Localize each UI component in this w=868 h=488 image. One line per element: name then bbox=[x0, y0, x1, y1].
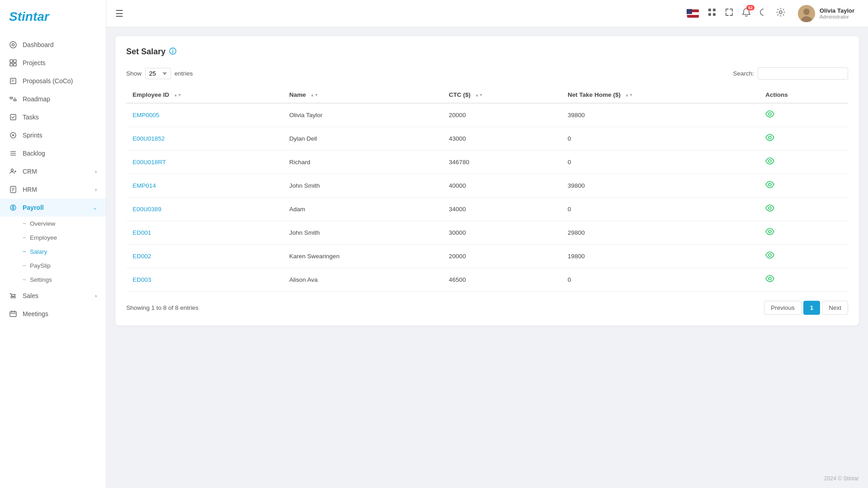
svg-rect-6 bbox=[14, 63, 16, 66]
sidebar-item-backlog[interactable]: Backlog bbox=[0, 144, 106, 162]
sidebar-item-label-meetings: Meetings bbox=[23, 310, 97, 317]
svg-rect-5 bbox=[10, 63, 13, 66]
info-icon[interactable] bbox=[169, 47, 176, 56]
sidebar-item-label-sprints: Sprints bbox=[23, 132, 97, 139]
language-selector[interactable] bbox=[687, 9, 699, 18]
next-button[interactable]: Next bbox=[822, 301, 848, 315]
table-row: E00U01852 Dylan Dell 43000 0 bbox=[126, 127, 848, 151]
sidebar-sub-item-salary[interactable]: − Salary bbox=[23, 245, 106, 259]
pagination-row: Showing 1 to 8 of 8 entries Previous 1 N… bbox=[126, 301, 848, 315]
sidebar-item-tasks[interactable]: Tasks bbox=[0, 108, 106, 126]
cell-ctc: 46500 bbox=[442, 268, 561, 292]
svg-point-38 bbox=[779, 11, 782, 14]
emp-id-link[interactable]: E00U018RT bbox=[133, 159, 166, 166]
svg-rect-3 bbox=[10, 60, 13, 62]
sidebar-item-label-backlog: Backlog bbox=[23, 150, 97, 157]
emp-id-link[interactable]: ED001 bbox=[133, 229, 151, 236]
table-row: E00U018RT Richard 346780 0 bbox=[126, 151, 848, 174]
emp-id-link[interactable]: ED002 bbox=[133, 253, 151, 260]
svg-rect-14 bbox=[10, 114, 16, 120]
table-row: E00U0389 Adam 34000 0 bbox=[126, 198, 848, 221]
cell-emp-id: EMP014 bbox=[126, 174, 283, 198]
payroll-arrow-icon: ⌄ bbox=[93, 205, 97, 211]
svg-rect-35 bbox=[713, 9, 716, 11]
page-1-button[interactable]: 1 bbox=[803, 301, 821, 315]
col-header-ctc[interactable]: CTC ($) ▲▼ bbox=[442, 87, 561, 103]
notifications-button[interactable]: 52 bbox=[742, 8, 751, 19]
entries-select[interactable]: 25 10 50 100 bbox=[145, 68, 171, 79]
sidebar-item-proposals[interactable]: Proposals (CoCo) bbox=[0, 72, 106, 90]
col-header-name[interactable]: Name ▲▼ bbox=[283, 87, 443, 103]
sort-icon-ctc: ▲▼ bbox=[475, 93, 483, 97]
svg-point-1 bbox=[10, 42, 16, 48]
user-profile-button[interactable]: Olivia Taylor Administrator bbox=[793, 2, 859, 25]
cell-name: Richard bbox=[283, 151, 443, 174]
sidebar-item-label-payroll: Payroll bbox=[23, 204, 87, 211]
emp-id-link[interactable]: E00U0389 bbox=[133, 206, 161, 213]
search-input[interactable] bbox=[758, 67, 848, 80]
sidebar-sub-item-settings[interactable]: − Settings bbox=[23, 273, 106, 287]
view-icon[interactable] bbox=[765, 205, 774, 214]
user-role: Administrator bbox=[820, 14, 854, 19]
page-title-row: Set Salary bbox=[126, 47, 848, 57]
view-icon[interactable] bbox=[765, 252, 774, 261]
cell-emp-id: ED001 bbox=[126, 221, 283, 245]
col-header-actions: Actions bbox=[759, 87, 848, 103]
sidebar-item-label-crm: CRM bbox=[23, 168, 90, 175]
sidebar-item-sprints[interactable]: Sprints bbox=[0, 126, 106, 144]
table-row: ED001 John Smith 30000 29800 bbox=[126, 221, 848, 245]
svg-point-49 bbox=[768, 207, 771, 209]
fullscreen-button[interactable] bbox=[725, 8, 734, 19]
emp-id-link[interactable]: E00U01852 bbox=[133, 135, 165, 142]
header: ☰ 52 bbox=[106, 0, 868, 27]
view-icon[interactable] bbox=[765, 182, 774, 191]
cell-net-take-home: 0 bbox=[561, 127, 759, 151]
sidebar-item-roadmap[interactable]: Roadmap bbox=[0, 90, 106, 108]
cell-ctc: 40000 bbox=[442, 174, 561, 198]
sidebar: Stintar Dashboard Projects Proposals (Co… bbox=[0, 0, 106, 488]
sidebar-item-hrm[interactable]: HRM › bbox=[0, 180, 106, 199]
search-box: Search: bbox=[733, 67, 848, 80]
showing-text: Showing 1 to 8 of 8 entries bbox=[126, 304, 199, 311]
menu-toggle-button[interactable]: ☰ bbox=[115, 8, 123, 19]
sidebar-sub-label-overview: Overview bbox=[30, 220, 55, 227]
view-icon[interactable] bbox=[765, 276, 774, 285]
tasks-icon bbox=[9, 113, 17, 121]
logo: Stintar bbox=[0, 0, 106, 36]
view-icon[interactable] bbox=[765, 158, 774, 167]
sidebar-item-dashboard[interactable]: Dashboard bbox=[0, 36, 106, 54]
sidebar-item-sales[interactable]: Sales › bbox=[0, 287, 106, 305]
cell-net-take-home: 0 bbox=[561, 268, 759, 292]
sidebar-sub-item-overview[interactable]: − Overview bbox=[23, 217, 106, 231]
cell-net-take-home: 0 bbox=[561, 151, 759, 174]
svg-point-20 bbox=[11, 169, 14, 171]
emp-id-link[interactable]: EMP014 bbox=[133, 182, 156, 189]
user-name: Olivia Taylor bbox=[820, 7, 854, 14]
sidebar-item-projects[interactable]: Projects bbox=[0, 54, 106, 72]
cell-emp-id: ED002 bbox=[126, 245, 283, 268]
emp-id-link[interactable]: ED003 bbox=[133, 276, 151, 283]
view-icon[interactable] bbox=[765, 135, 774, 144]
col-header-net-take-home[interactable]: Net Take Home ($) ▲▼ bbox=[561, 87, 759, 103]
view-icon[interactable] bbox=[765, 229, 774, 238]
apps-button[interactable] bbox=[707, 8, 716, 19]
settings-button[interactable] bbox=[776, 8, 785, 19]
previous-button[interactable]: Previous bbox=[764, 301, 802, 315]
view-icon[interactable] bbox=[765, 111, 774, 120]
sidebar-item-crm[interactable]: CRM › bbox=[0, 162, 106, 180]
cell-name: John Smith bbox=[283, 174, 443, 198]
cell-emp-id: E00U01852 bbox=[126, 127, 283, 151]
col-header-emp-id[interactable]: Employee ID ▲▼ bbox=[126, 87, 283, 103]
svg-rect-36 bbox=[708, 13, 711, 16]
meetings-icon bbox=[9, 310, 17, 318]
table-row: EMP014 John Smith 40000 39800 bbox=[126, 174, 848, 198]
emp-id-link[interactable]: EMP0005 bbox=[133, 112, 159, 118]
sidebar-nav: Dashboard Projects Proposals (CoCo) Road… bbox=[0, 36, 106, 488]
sidebar-item-meetings[interactable]: Meetings bbox=[0, 305, 106, 323]
dark-mode-button[interactable] bbox=[759, 8, 768, 19]
cell-emp-id: ED003 bbox=[126, 268, 283, 292]
sidebar-sub-item-employee[interactable]: − Employee bbox=[23, 231, 106, 245]
sales-icon bbox=[9, 292, 17, 300]
sidebar-sub-item-payslip[interactable]: − PaySlip bbox=[23, 259, 106, 273]
sidebar-item-payroll[interactable]: Payroll ⌄ bbox=[0, 199, 106, 217]
